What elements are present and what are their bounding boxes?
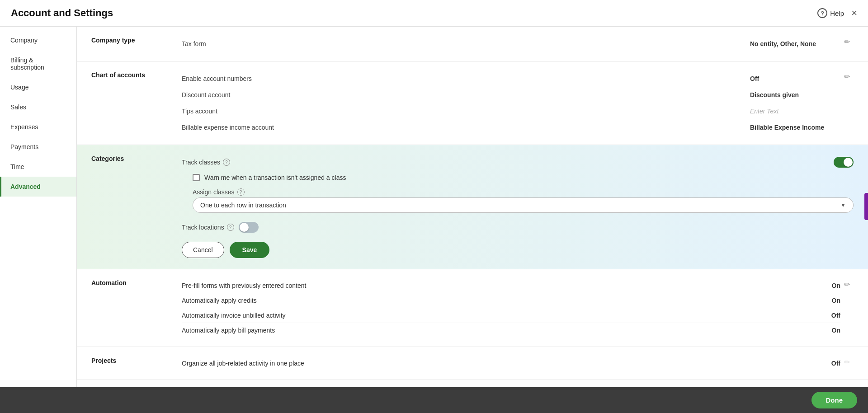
sidebar-item-expenses[interactable]: Expenses bbox=[0, 117, 76, 137]
automation-prefill-label: Pre-fill forms with previously entered c… bbox=[182, 282, 825, 289]
categories-section: Categories Track classes ? bbox=[77, 145, 868, 269]
sidebar-item-company[interactable]: Company bbox=[0, 30, 76, 50]
billable-expense-label: Billable expense income account bbox=[182, 124, 750, 131]
tips-account-row: Tips account Enter Text bbox=[182, 103, 840, 119]
assign-classes-selected-value: One to each row in transaction bbox=[200, 202, 286, 209]
enable-account-numbers-value: Off bbox=[750, 75, 840, 82]
warn-checkbox[interactable] bbox=[193, 174, 200, 181]
assign-classes-label-row: Assign classes ? bbox=[193, 185, 854, 197]
company-type-label: Company type bbox=[91, 36, 182, 44]
projects-row: Projects Organize all job-related activi… bbox=[77, 347, 868, 380]
company-type-row: Company type Tax form No entity, Other, … bbox=[77, 27, 868, 61]
company-type-fields: Tax form No entity, Other, None bbox=[182, 36, 840, 52]
categories-label: Categories bbox=[91, 154, 182, 162]
automation-label: Automation bbox=[91, 278, 182, 286]
automation-bill-row: Automatically apply bill payments On bbox=[182, 323, 840, 338]
chevron-down-icon: ▼ bbox=[840, 202, 846, 208]
save-button[interactable]: Save bbox=[230, 242, 270, 258]
automation-prefill-row: Pre-fill forms with previously entered c… bbox=[182, 278, 840, 293]
automation-invoice-value: Off bbox=[831, 312, 840, 319]
sidebar-item-time[interactable]: Time bbox=[0, 157, 76, 177]
automation-fields: Pre-fill forms with previously entered c… bbox=[182, 278, 840, 338]
track-locations-help-icon[interactable]: ? bbox=[227, 224, 234, 231]
tax-form-value: No entity, Other, None bbox=[750, 40, 840, 47]
sidebar-item-billing[interactable]: Billing & subscription bbox=[0, 50, 76, 77]
projects-organize-value: Off bbox=[831, 360, 840, 367]
projects-fields: Organize all job-related activity in one… bbox=[182, 356, 840, 371]
warn-label: Warn me when a transaction isn't assigne… bbox=[204, 174, 346, 181]
discount-account-label: Discount account bbox=[182, 91, 750, 99]
sidebar-item-usage[interactable]: Usage bbox=[0, 77, 76, 97]
chart-of-accounts-edit-button[interactable]: ✏ bbox=[840, 70, 854, 83]
help-label: Help bbox=[830, 9, 844, 17]
main-content: Company type Tax form No entity, Other, … bbox=[77, 27, 868, 387]
categories-buttons-row: Cancel Save bbox=[182, 236, 854, 260]
automation-bill-label: Automatically apply bill payments bbox=[182, 327, 825, 334]
purple-side-tab bbox=[864, 193, 868, 220]
help-button[interactable]: ? Help bbox=[817, 8, 844, 18]
track-classes-toggle[interactable] bbox=[834, 157, 854, 168]
automation-section: Automation Pre-fill forms with previousl… bbox=[77, 269, 868, 347]
track-classes-toggle-track bbox=[834, 157, 854, 168]
enable-account-numbers-row: Enable account numbers Off bbox=[182, 70, 840, 87]
tax-form-label: Tax form bbox=[182, 40, 750, 47]
track-classes-label: Track classes ? bbox=[182, 159, 834, 166]
automation-bill-value: On bbox=[832, 327, 840, 334]
billable-expense-value: Billable Expense Income bbox=[750, 124, 840, 131]
track-classes-row: Track classes ? bbox=[182, 154, 854, 170]
tax-form-row: Tax form No entity, Other, None bbox=[182, 36, 840, 52]
track-locations-toggle[interactable] bbox=[239, 222, 259, 233]
chart-of-accounts-label: Chart of accounts bbox=[91, 70, 182, 79]
cancel-button[interactable]: Cancel bbox=[182, 242, 224, 258]
automation-row: Automation Pre-fill forms with previousl… bbox=[77, 269, 868, 347]
sidebar-item-advanced[interactable]: Advanced bbox=[0, 177, 76, 197]
automation-credits-label: Automatically apply credits bbox=[182, 297, 825, 304]
automation-invoice-label: Automatically invoice unbilled activity bbox=[182, 312, 824, 319]
projects-edit-button[interactable]: ✏ bbox=[840, 356, 854, 368]
company-type-section: Company type Tax form No entity, Other, … bbox=[77, 27, 868, 61]
track-classes-toggle-thumb bbox=[844, 158, 853, 167]
categories-fields: Track classes ? W bbox=[182, 154, 854, 260]
warn-checkbox-row: Warn me when a transaction isn't assigne… bbox=[182, 170, 854, 185]
automation-credits-row: Automatically apply credits On bbox=[182, 293, 840, 308]
projects-organize-row: Organize all job-related activity in one… bbox=[182, 356, 840, 371]
assign-classes-dropdown[interactable]: One to each row in transaction ▼ bbox=[193, 197, 854, 213]
assign-classes-help-icon[interactable]: ? bbox=[237, 188, 245, 196]
automation-edit-button[interactable]: ✏ bbox=[840, 278, 854, 291]
track-locations-label: Track locations ? bbox=[182, 224, 234, 231]
automation-credits-value: On bbox=[832, 297, 840, 304]
projects-organize-label: Organize all job-related activity in one… bbox=[182, 360, 824, 367]
enable-account-numbers-label: Enable account numbers bbox=[182, 75, 750, 82]
tips-account-label: Tips account bbox=[182, 108, 750, 115]
sidebar-item-sales[interactable]: Sales bbox=[0, 97, 76, 117]
projects-section: Projects Organize all job-related activi… bbox=[77, 347, 868, 380]
automation-prefill-value: On bbox=[832, 282, 840, 289]
assign-classes-text: Assign classes bbox=[193, 188, 235, 196]
top-bar-actions: ? Help × bbox=[817, 8, 857, 18]
company-type-edit-button[interactable]: ✏ bbox=[840, 36, 854, 48]
track-classes-help-icon[interactable]: ? bbox=[223, 159, 230, 166]
discount-account-value: Discounts given bbox=[750, 91, 840, 99]
billable-expense-row: Billable expense income account Billable… bbox=[182, 119, 840, 136]
discount-account-row: Discount account Discounts given bbox=[182, 87, 840, 103]
projects-label: Projects bbox=[91, 356, 182, 364]
chart-of-accounts-row: Chart of accounts Enable account numbers… bbox=[77, 61, 868, 145]
done-button[interactable]: Done bbox=[811, 392, 858, 408]
track-locations-row: Track locations ? bbox=[182, 218, 854, 236]
page-title: Account and Settings bbox=[11, 7, 113, 19]
help-icon: ? bbox=[817, 8, 827, 18]
chart-of-accounts-section: Chart of accounts Enable account numbers… bbox=[77, 61, 868, 145]
sidebar: Company Billing & subscription Usage Sal… bbox=[0, 27, 77, 387]
automation-invoice-row: Automatically invoice unbilled activity … bbox=[182, 308, 840, 323]
tips-account-value: Enter Text bbox=[750, 108, 840, 115]
top-bar: Account and Settings ? Help × bbox=[0, 0, 868, 27]
chart-of-accounts-fields: Enable account numbers Off Discount acco… bbox=[182, 70, 840, 136]
categories-row: Categories Track classes ? bbox=[77, 145, 868, 269]
sidebar-item-payments[interactable]: Payments bbox=[0, 137, 76, 157]
track-locations-toggle-thumb bbox=[240, 223, 249, 232]
close-button[interactable]: × bbox=[851, 8, 857, 18]
track-locations-toggle-track bbox=[239, 222, 259, 233]
assign-classes-container: Assign classes ? One to each row in tran… bbox=[182, 185, 854, 213]
bottom-bar: Done bbox=[0, 387, 868, 413]
